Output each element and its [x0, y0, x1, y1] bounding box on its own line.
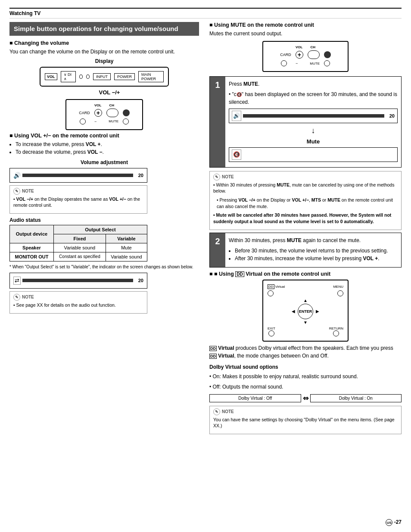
th-variable: Variable [106, 234, 147, 243]
mute-speaker: 🔊 [232, 111, 241, 121]
changing-volume-title: Changing the volume [9, 40, 199, 46]
note-audio-text: • See page XX for details on the audio o… [13, 302, 143, 308]
step2-bullet1: Before 30 minutes, the volume level retu… [235, 247, 398, 255]
mute-card-label: CARD [280, 53, 291, 57]
mute-ch-btn [308, 50, 320, 59]
mute-remote-row: CARD + [268, 50, 343, 59]
note-icon: ✎ [13, 188, 20, 195]
virtual-circle-left[interactable] [268, 290, 274, 296]
return-group: RETURN [329, 327, 343, 336]
card-circle [80, 118, 86, 124]
td-monitor: MONITOR OUT [10, 252, 54, 261]
dolby-options: • On: Makes it possible to enjoy natural… [209, 373, 402, 391]
vol-label: VOL −/+ [20, 89, 199, 96]
minus-label: − [94, 119, 97, 124]
vol-plus-btn[interactable]: + [94, 109, 102, 117]
mute-icon-after: 🔇 [232, 149, 241, 160]
nav-up: ▲ [303, 298, 308, 303]
vol-bar: 🔊 20 [13, 172, 143, 179]
step2-container: 2 Within 30 minutes, press MUTE again to… [209, 233, 402, 268]
note-vol-box: ✎ NOTE • VOL −/+ on the Display operates… [9, 185, 147, 214]
note-mute-icon: ✎ [213, 174, 220, 180]
circle1 [79, 75, 83, 79]
virtual-top-circles [268, 290, 343, 296]
dd-virtual-label: DD Virtual [268, 285, 285, 289]
return-circle[interactable] [333, 330, 339, 336]
note-virtual-text: You can have the same settings by choosi… [213, 417, 398, 429]
th-output-select: Output Select [53, 225, 147, 234]
enter-button[interactable]: ENTER [298, 304, 313, 319]
td-speaker-fixed: Variable sound [53, 243, 106, 252]
th-fixed: Fixed [53, 234, 106, 243]
mute-section-title: Using MUTE on the remote control unit [209, 22, 402, 28]
dolby-arrow: ⇔ [303, 394, 308, 402]
mute-circle-right [324, 60, 330, 66]
menu-label: MENU [333, 285, 343, 289]
arrow-down: ↓ [229, 125, 398, 137]
volume-adjustment-label: Volume adjustment [9, 159, 199, 165]
var-bar: ⇄ 20 [13, 277, 143, 285]
menu-circle[interactable] [337, 290, 343, 296]
td-monitor-variable: Variable sound [106, 252, 147, 261]
main-content: Simple button operations for changing vo… [9, 22, 402, 437]
vol-remote-bullets: To increase the volume, press VOL +. To … [9, 140, 199, 156]
input-rect: INPUT [93, 73, 111, 80]
mute-display-after: 🔇 [229, 147, 398, 162]
remote-row: CARD + [70, 109, 139, 117]
nav-right: ▶ [316, 309, 319, 314]
nav-down: ▼ [303, 320, 308, 325]
vol-bar-num: 20 [135, 173, 143, 178]
return-label: RETURN [329, 327, 343, 330]
exit-group: EXIT [268, 327, 275, 336]
audio-table: Output device Output Select Fixed Variab… [9, 225, 147, 261]
td-speaker-variable: Mute [106, 243, 147, 252]
mute-num-before: 20 [386, 112, 395, 120]
virtual-remote-diag: DD Virtual MENU ▲ ◀ ENTER ▶ [262, 280, 349, 342]
page-number: US -27 [386, 519, 402, 526]
step2-content: Within 30 minutes, press MUTE again to c… [225, 233, 401, 267]
step1-container: 1 Press MUTE. • "c🔇" has been displayed … [209, 76, 402, 168]
bar-track [22, 174, 133, 177]
nav-arrows: ▲ ◀ ENTER ▶ ▼ [292, 298, 319, 325]
exit-return-row: EXIT RETURN [268, 327, 343, 336]
dolby-bar-row: Dolby Virtual : Off ⇔ Dolby Virtual : On [209, 394, 402, 402]
left-column: Simple button operations for changing vo… [9, 22, 199, 437]
note-virtual-header: ✎ NOTE [213, 408, 398, 415]
th-output-device: Output device [10, 225, 54, 243]
exit-circle[interactable] [268, 330, 274, 336]
vol-label-small: VOL [94, 103, 101, 107]
watching-tv-label: Watching TV [9, 10, 40, 16]
mute-vol-ch-labels: VOL CH [268, 45, 343, 49]
display-label: Display [9, 58, 199, 64]
step1-num: 1 [210, 77, 225, 167]
mute-vol-plus[interactable]: + [296, 51, 303, 59]
var-bar-container: ⇄ 20 [9, 273, 147, 289]
dolby-off-box: Dolby Virtual : Off [209, 394, 301, 402]
note-mute-box: ✎ NOTE • Within 30 minutes of pressing M… [209, 171, 402, 230]
mute-bar-before [243, 114, 384, 118]
step1-content: Press MUTE. • "c🔇" has been displayed on… [225, 77, 401, 167]
remote-small-diagram: VOL CH CARD + − MUTE [65, 99, 143, 130]
step2-action: Within 30 minutes, press MUTE again to c… [229, 236, 398, 244]
audio-status-title: Audio status [9, 217, 199, 223]
step2-bullet2: After 30 minutes, increase the volume le… [235, 255, 398, 262]
nav-left: ◀ [292, 309, 295, 314]
remote-mute-diag: VOL CH CARD + − MUTE [262, 41, 349, 72]
dolby-on: • On: Makes it possible to enjoy natural… [209, 373, 402, 380]
mute-main-btn[interactable] [324, 51, 331, 58]
exit-label: EXIT [268, 327, 275, 330]
dash-box: ∨ DI ∧ [61, 71, 76, 82]
note-label: NOTE [22, 189, 34, 193]
virtual-remote-top: DD Virtual MENU [268, 285, 343, 289]
note-header: ✎ NOTE [13, 188, 143, 195]
mute-btn-circle[interactable] [123, 109, 130, 116]
dolby-off: • Off: Outputs the normal sound. [209, 383, 402, 391]
mute-desc: Mutes the current sound output. [209, 30, 402, 37]
note-mute-label: NOTE [222, 174, 234, 179]
table-row-speaker: Speaker Variable sound Mute [10, 243, 147, 252]
virtual-desc: DD Virtual produces Dolby virtual effect… [209, 344, 402, 360]
us-circle: US [386, 519, 392, 526]
remote-row2: − MUTE [70, 118, 139, 124]
ch-label-small: CH [109, 103, 114, 107]
note-virtual-label: NOTE [222, 409, 234, 414]
